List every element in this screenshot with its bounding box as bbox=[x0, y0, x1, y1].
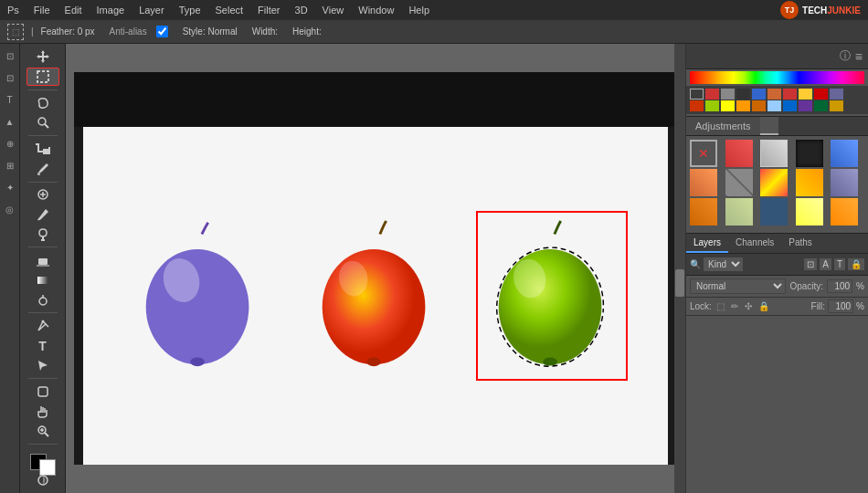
menu-view[interactable]: View bbox=[323, 5, 344, 16]
eyedropper-tool[interactable] bbox=[26, 160, 59, 178]
filter-icon-2[interactable]: A bbox=[820, 258, 831, 270]
blend-mode-select[interactable]: Normal bbox=[690, 278, 786, 294]
healing-brush-tool[interactable] bbox=[26, 185, 59, 204]
menu-type[interactable]: Type bbox=[179, 5, 201, 16]
kind-select[interactable]: Kind bbox=[704, 257, 743, 271]
menu-file[interactable]: File bbox=[34, 5, 50, 16]
panel-toggle-2[interactable]: ⊡ bbox=[2, 69, 18, 86]
panel-toggle-8[interactable]: ◎ bbox=[2, 201, 18, 217]
crop-tool[interactable] bbox=[26, 140, 59, 158]
style-8[interactable] bbox=[796, 169, 823, 196]
panel-toggle-3[interactable]: T bbox=[2, 91, 18, 108]
tab-channels[interactable]: Channels bbox=[728, 234, 781, 253]
menu-image[interactable]: Image bbox=[97, 5, 125, 16]
lock-transparent-icon[interactable]: ⬚ bbox=[715, 301, 726, 311]
panel-toggle-1[interactable]: ⊡ bbox=[2, 47, 18, 64]
swatch-7[interactable] bbox=[799, 89, 812, 100]
color-selector[interactable] bbox=[26, 450, 59, 469]
path-selection-tool[interactable] bbox=[26, 357, 59, 375]
style-12[interactable] bbox=[760, 198, 788, 226]
style-13[interactable] bbox=[796, 198, 823, 226]
style-10[interactable] bbox=[690, 198, 717, 226]
zoom-tool[interactable] bbox=[26, 423, 59, 441]
swatch-19[interactable] bbox=[830, 100, 843, 111]
style-7[interactable] bbox=[760, 169, 788, 196]
lock-all-icon[interactable]: 🔒 bbox=[757, 301, 771, 311]
swatch-2[interactable] bbox=[721, 89, 735, 100]
fill-input[interactable] bbox=[828, 299, 853, 313]
swatch-transparent[interactable] bbox=[690, 89, 704, 100]
style-14[interactable] bbox=[831, 198, 858, 226]
eraser-tool[interactable] bbox=[26, 251, 59, 269]
brush-tool[interactable] bbox=[26, 205, 59, 224]
swatch-8[interactable] bbox=[814, 89, 828, 100]
vertical-scrollbar[interactable] bbox=[674, 44, 685, 493]
menu-select[interactable]: Select bbox=[216, 5, 244, 16]
lock-image-icon[interactable]: ✏ bbox=[729, 301, 740, 311]
style-11[interactable] bbox=[725, 198, 753, 226]
swatch-11[interactable] bbox=[705, 100, 719, 111]
swatch-15[interactable] bbox=[767, 100, 781, 111]
swatch-12[interactable] bbox=[721, 100, 735, 111]
tab-layers[interactable]: Layers bbox=[686, 234, 728, 253]
style-none[interactable]: ✕ bbox=[690, 140, 717, 167]
filter-icon-4[interactable]: 🔒 bbox=[848, 258, 864, 270]
quick-select-tool[interactable] bbox=[26, 114, 59, 132]
menu-3d[interactable]: 3D bbox=[295, 5, 308, 16]
marquee-tool[interactable] bbox=[26, 68, 59, 86]
swatch-14[interactable] bbox=[752, 100, 766, 111]
lasso-tool[interactable] bbox=[26, 94, 59, 112]
filter-icon-3[interactable]: T bbox=[834, 258, 845, 270]
style-9[interactable] bbox=[831, 169, 858, 196]
type-tool[interactable]: T bbox=[26, 337, 59, 355]
panel-toggle-4[interactable]: ▲ bbox=[2, 113, 18, 130]
style-4[interactable] bbox=[831, 140, 858, 167]
menu-ps[interactable]: Ps bbox=[7, 5, 19, 16]
tab-styles[interactable] bbox=[760, 117, 778, 135]
color-gradient-bar[interactable] bbox=[690, 71, 864, 84]
swatch-5[interactable] bbox=[767, 89, 781, 100]
style-5[interactable] bbox=[690, 169, 717, 196]
quick-mask-tool[interactable] bbox=[26, 471, 59, 489]
clone-stamp-tool[interactable] bbox=[26, 226, 59, 244]
move-tool[interactable] bbox=[26, 47, 59, 66]
dodge-tool[interactable] bbox=[26, 291, 59, 309]
filter-icon-1[interactable]: ⊡ bbox=[804, 258, 817, 270]
swatch-18[interactable] bbox=[814, 100, 828, 111]
opacity-input[interactable] bbox=[827, 279, 852, 293]
swatch-3[interactable] bbox=[736, 89, 750, 100]
swatch-16[interactable] bbox=[783, 100, 797, 111]
panel-toggle-7[interactable]: ✦ bbox=[2, 179, 18, 195]
swatch-9[interactable] bbox=[830, 89, 843, 100]
svg-rect-11 bbox=[37, 277, 48, 284]
menu-layer[interactable]: Layer bbox=[139, 5, 164, 16]
panel-menu-icon[interactable]: ≡ bbox=[855, 49, 863, 64]
panel-toggle-5[interactable]: ⊕ bbox=[2, 135, 18, 152]
swatch-1[interactable] bbox=[705, 89, 719, 100]
swatch-13[interactable] bbox=[736, 100, 750, 111]
swatch-10[interactable] bbox=[690, 100, 704, 111]
panel-toggle-6[interactable]: ⊞ bbox=[2, 157, 18, 173]
tab-paths[interactable]: Paths bbox=[781, 234, 820, 253]
swatch-17[interactable] bbox=[799, 100, 812, 111]
hand-tool[interactable] bbox=[26, 403, 59, 421]
scrollbar-thumb-v[interactable] bbox=[675, 269, 684, 297]
tab-adjustments[interactable]: Adjustments bbox=[686, 117, 760, 135]
gradient-tool[interactable] bbox=[26, 271, 59, 289]
menu-filter[interactable]: Filter bbox=[258, 5, 280, 16]
menu-window[interactable]: Window bbox=[358, 5, 394, 16]
style-6[interactable] bbox=[725, 169, 753, 196]
lock-position-icon[interactable]: ✣ bbox=[743, 301, 754, 311]
pen-tool[interactable] bbox=[26, 317, 59, 335]
style-1[interactable] bbox=[725, 140, 753, 167]
shape-tool[interactable] bbox=[26, 383, 59, 401]
swatch-4[interactable] bbox=[752, 89, 766, 100]
style-3[interactable] bbox=[796, 140, 823, 167]
anti-alias-checkbox[interactable] bbox=[156, 26, 168, 37]
canvas-background bbox=[74, 72, 677, 465]
menu-edit[interactable]: Edit bbox=[65, 5, 82, 16]
panel-info-icon[interactable]: ⓘ bbox=[840, 48, 851, 64]
swatch-6[interactable] bbox=[783, 89, 797, 100]
menu-help[interactable]: Help bbox=[408, 5, 429, 16]
style-2[interactable] bbox=[760, 140, 788, 167]
